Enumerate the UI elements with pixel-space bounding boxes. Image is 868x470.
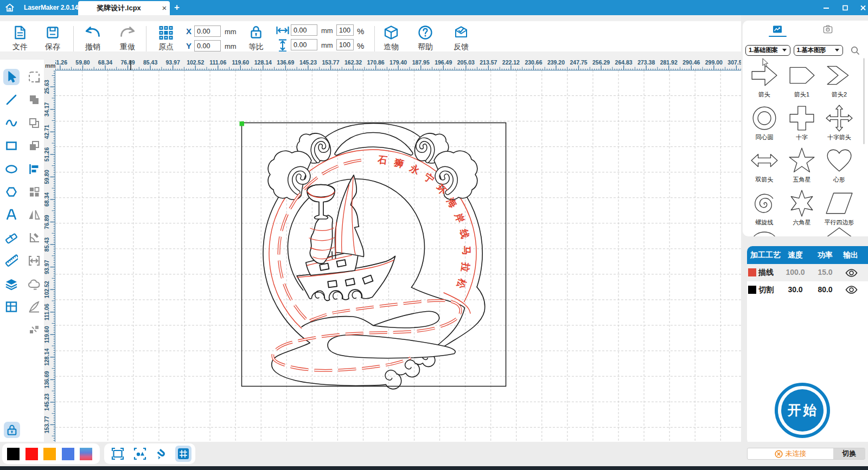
process-row-切割[interactable]: 切割 30.0 80.0 bbox=[747, 281, 868, 299]
home-icon[interactable] bbox=[5, 3, 15, 12]
height-input[interactable] bbox=[291, 39, 317, 50]
disconnected-icon bbox=[775, 450, 783, 458]
weld-tool[interactable] bbox=[26, 276, 42, 292]
curve-tool[interactable] bbox=[3, 115, 20, 131]
file-button[interactable]: 文件 bbox=[5, 21, 35, 51]
switch-connection-button[interactable]: 切换 bbox=[833, 448, 865, 459]
visibility-eye-icon[interactable] bbox=[845, 269, 858, 277]
swatch-orange[interactable] bbox=[43, 448, 56, 460]
camera-tab-icon[interactable] bbox=[822, 24, 833, 34]
category-dropdown[interactable]: 1.基础图案 bbox=[745, 45, 790, 56]
polygon-tool[interactable] bbox=[3, 184, 20, 200]
shape-parallelogram[interactable]: 平行四边形 bbox=[822, 189, 856, 227]
width-unit: mm bbox=[321, 27, 333, 35]
visibility-eye-icon[interactable] bbox=[845, 286, 858, 294]
mirror-tool[interactable] bbox=[26, 207, 42, 223]
align-tool[interactable] bbox=[26, 161, 42, 177]
y-input[interactable] bbox=[194, 40, 221, 51]
shape-arrow2[interactable]: 箭头2 bbox=[822, 61, 856, 99]
undo-button[interactable]: 撤销 bbox=[78, 21, 108, 51]
shape-star5[interactable]: 五角星 bbox=[785, 146, 819, 184]
magnet-snap-button[interactable] bbox=[154, 446, 170, 462]
measure-tool[interactable] bbox=[3, 253, 20, 269]
svg-text:179.40: 179.40 bbox=[390, 60, 407, 66]
select-tool[interactable] bbox=[3, 69, 20, 85]
swatch-blue[interactable] bbox=[62, 448, 74, 460]
height-pct-input[interactable] bbox=[336, 39, 354, 50]
shape-arrow1[interactable]: 箭头1 bbox=[785, 61, 819, 99]
tab-add-icon[interactable]: + bbox=[172, 1, 182, 15]
width-input[interactable] bbox=[291, 24, 317, 36]
x-input[interactable] bbox=[194, 25, 221, 37]
svg-text:153.77: 153.77 bbox=[44, 416, 50, 433]
ellipse-tool[interactable] bbox=[3, 161, 20, 177]
redo-button[interactable]: 重做 bbox=[112, 21, 143, 51]
intersect-tool[interactable] bbox=[26, 138, 42, 154]
save-button[interactable]: 保存 bbox=[38, 21, 67, 51]
select-objects-button[interactable] bbox=[132, 446, 148, 462]
svg-text:拉: 拉 bbox=[459, 261, 472, 273]
shape-cross-arrow[interactable]: 十字箭头 bbox=[822, 104, 856, 141]
create-button[interactable]: 造物 bbox=[376, 21, 406, 51]
undo-label: 撤销 bbox=[78, 42, 108, 52]
union-tool[interactable] bbox=[26, 92, 42, 108]
svg-text:线: 线 bbox=[458, 228, 470, 240]
shape-spiral[interactable]: 螺旋线 bbox=[748, 189, 781, 227]
break-tool[interactable] bbox=[26, 321, 42, 338]
design-canvas[interactable]: 石狮永宁环海岸线马拉松 bbox=[55, 70, 744, 442]
swatch-black[interactable] bbox=[7, 448, 20, 460]
document-tab[interactable]: 奖牌设计.lcpx × bbox=[78, 1, 170, 15]
subtract-tool[interactable] bbox=[26, 115, 42, 131]
swatch-gradient[interactable] bbox=[80, 448, 92, 460]
lock-ratio-button[interactable]: 等比 bbox=[241, 21, 271, 51]
layer-power: 80.0 bbox=[812, 281, 839, 299]
selection-handle[interactable] bbox=[240, 121, 245, 126]
angle-tool[interactable] bbox=[26, 230, 42, 246]
horizontal-ruler-ticks: 51.2659.8068.3476.8985.4393.97102.52111.… bbox=[44, 60, 744, 70]
table-tool[interactable] bbox=[3, 299, 20, 315]
shape-star6[interactable]: 六角星 bbox=[785, 189, 819, 227]
connection-status-text: 未连接 bbox=[786, 449, 807, 459]
grid-toggle-button[interactable] bbox=[175, 446, 192, 462]
process-row-描线[interactable]: 描线 100.0 15.0 bbox=[747, 264, 868, 281]
shape-label: 心形 bbox=[822, 176, 856, 184]
feedback-button[interactable]: 反馈 bbox=[446, 21, 476, 51]
expand-tool[interactable] bbox=[26, 253, 42, 269]
search-icon[interactable] bbox=[851, 46, 860, 55]
window-minimize-icon[interactable] bbox=[818, 0, 834, 15]
node-select-tool[interactable] bbox=[26, 69, 42, 85]
window-maximize-icon[interactable] bbox=[837, 0, 853, 15]
shape-heart[interactable]: 心形 bbox=[822, 146, 856, 184]
svg-text:299.00: 299.00 bbox=[705, 60, 723, 66]
svg-text:岸: 岸 bbox=[452, 211, 467, 224]
fit-frame-button[interactable] bbox=[110, 446, 126, 462]
tab-close-icon[interactable]: × bbox=[159, 3, 169, 13]
svg-text:93.97: 93.97 bbox=[166, 60, 180, 66]
shape-scrollbar[interactable] bbox=[863, 58, 865, 144]
width-pct-label: % bbox=[357, 27, 364, 36]
layers-tool[interactable] bbox=[3, 276, 20, 292]
shape-double-arrow[interactable]: 双箭头 bbox=[748, 146, 781, 184]
shape-cross[interactable]: 十字 bbox=[785, 104, 819, 141]
nodepen-tool[interactable] bbox=[26, 299, 42, 315]
canvas-lock-button[interactable] bbox=[4, 422, 20, 438]
distribute-tool[interactable] bbox=[26, 184, 42, 200]
svg-text:273.38: 273.38 bbox=[637, 60, 655, 66]
start-button[interactable]: 开始 bbox=[775, 383, 830, 438]
medal-artwork[interactable] bbox=[263, 124, 485, 389]
shape-partial-peak[interactable] bbox=[822, 225, 856, 236]
swatch-red[interactable] bbox=[25, 448, 38, 460]
subcategory-dropdown[interactable]: 1.基本图形 bbox=[794, 45, 843, 56]
origin-button[interactable]: 原点 bbox=[151, 21, 181, 51]
help-button[interactable]: 帮助 bbox=[410, 21, 441, 51]
shape-partial-arc[interactable] bbox=[748, 225, 781, 236]
width-pct-input[interactable] bbox=[336, 24, 354, 36]
eraser-tool[interactable] bbox=[3, 230, 20, 246]
line-tool[interactable] bbox=[3, 92, 20, 108]
y-label: Y bbox=[186, 41, 192, 50]
window-close-icon[interactable] bbox=[855, 0, 868, 15]
rectangle-tool[interactable] bbox=[3, 138, 20, 154]
shape-concentric[interactable]: 同心圆 bbox=[748, 104, 781, 141]
gallery-tab-icon[interactable] bbox=[772, 24, 783, 34]
text-tool[interactable] bbox=[3, 207, 20, 223]
